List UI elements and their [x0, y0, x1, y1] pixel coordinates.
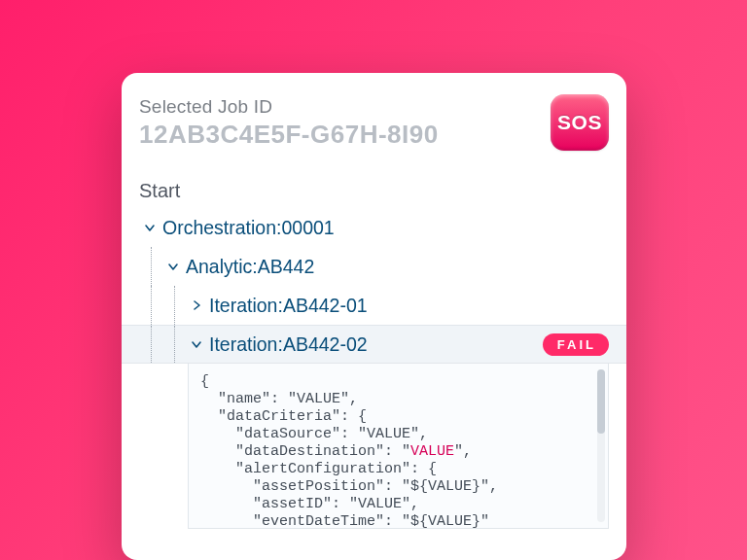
node-label: Iteration: [209, 333, 283, 356]
sos-icon[interactable]: SOS [551, 94, 609, 151]
payload-json: { "name": "VALUE", "dataCriteria": { "da… [189, 364, 608, 529]
node-id: AB442 [258, 256, 315, 278]
chevron-down-icon [190, 337, 203, 351]
tree-indent-line [151, 247, 152, 286]
sos-icon-label: SOS [557, 111, 602, 134]
status-badge-fail: FAIL [543, 333, 609, 356]
payload-highlight-value: VALUE [410, 443, 454, 460]
card-header: Selected Job ID 12AB3C4E5F-G67H-8I90 SOS [139, 94, 609, 151]
node-label: Orchestration: [162, 217, 281, 239]
job-detail-card: Selected Job ID 12AB3C4E5F-G67H-8I90 SOS… [122, 73, 626, 560]
tree-indent-line [174, 326, 175, 363]
tree-indent-line [174, 286, 175, 325]
inspector-payload-panel: { "name": "VALUE", "dataCriteria": { "da… [188, 364, 609, 529]
job-id-label: Selected Job ID [139, 96, 551, 118]
tree-indent-line [151, 286, 152, 325]
chevron-down-icon [143, 221, 157, 234]
tree-node-analytic[interactable]: Analytic: AB442 [139, 247, 609, 286]
job-id-value: 12AB3C4E5F-G67H-8I90 [139, 120, 551, 150]
tree-indent-line [151, 326, 152, 363]
scrollbar-thumb[interactable] [597, 369, 605, 434]
tree-node-orchestration[interactable]: Orchestration: 00001 [139, 208, 609, 247]
node-label: Iteration: [209, 295, 283, 317]
tree-node-iteration-1[interactable]: Iteration: AB442-01 [139, 286, 609, 325]
node-label: Analytic: [186, 256, 258, 278]
node-id: 00001 [281, 217, 334, 239]
node-id: AB442-02 [283, 333, 368, 356]
tree-node-iteration-2[interactable]: Iteration: AB442-02 FAIL [122, 325, 626, 364]
node-id: AB442-01 [283, 295, 368, 317]
workflow-tree: Orchestration: 00001 Analytic: AB442 [139, 208, 609, 529]
chevron-down-icon [166, 260, 180, 273]
chevron-right-icon [190, 298, 203, 312]
background: Selected Job ID 12AB3C4E5F-G67H-8I90 SOS… [0, 0, 747, 560]
start-label: Start [139, 180, 609, 202]
